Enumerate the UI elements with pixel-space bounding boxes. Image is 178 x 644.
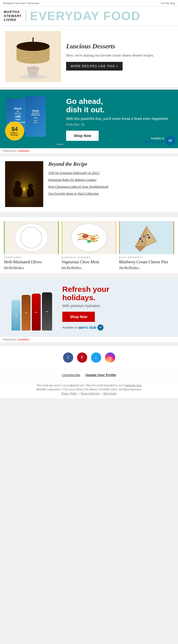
top-bar-left-link[interactable]: Pumpkin-Chocolate Cheesecake	[3, 2, 39, 5]
update-profile-link[interactable]: Update User Profile	[85, 373, 116, 377]
svg-point-17	[24, 189, 25, 191]
beyond-link-4[interactable]: Our Favorite Items to Start Collecting	[48, 191, 108, 196]
svg-point-11	[13, 185, 22, 198]
footer-social: f P t ◎	[0, 346, 178, 369]
divider-3	[0, 212, 178, 215]
help-link[interactable]: Help Center	[103, 392, 116, 395]
sams-logo-2: SC	[97, 324, 103, 331]
recipe-category-olives: APPETIZERS	[4, 256, 59, 259]
header: MARTHA STEWART LIVING EVERYDAY FOOD	[0, 6, 178, 26]
ad-banner-refresh: evian bai bai core Refresh your holidays…	[0, 278, 178, 337]
legal-text-1: This email was sent to xxxxxx@gmail.com …	[36, 384, 124, 387]
olives-illustration	[4, 221, 59, 254]
svg-point-19	[15, 224, 48, 252]
recipe-card-pies: EASY DESSERTS Blueberry-Cream Cheese Pie…	[119, 221, 174, 269]
instagram-icon[interactable]: ◎	[105, 352, 115, 363]
recipe-link-pies[interactable]: See the Recipe »	[119, 266, 174, 269]
pies-illustration	[119, 221, 174, 254]
terms-link[interactable]: Terms of Service	[81, 392, 99, 395]
svg-point-25	[25, 235, 27, 237]
svg-point-24	[33, 232, 38, 236]
footer-legal: This email was sent to xxxxxx@gmail.com …	[0, 381, 178, 398]
top-bar-right-link[interactable]: Get the Mag	[161, 2, 175, 5]
ad1-shop-now-button[interactable]: Shop Now	[66, 131, 99, 141]
ad1-text: Go ahead, dish it out. With this powerfu…	[62, 97, 172, 141]
svg-point-20	[22, 233, 30, 239]
svg-rect-15	[10, 197, 38, 198]
privacy-policy-link[interactable]: Privacy Policy	[61, 392, 77, 395]
available-at-label: Available at	[143, 137, 164, 140]
beyond-link-1[interactable]: Will We Entertain Differently in 2022?	[48, 171, 108, 175]
svg-point-37	[143, 236, 145, 237]
svg-point-14	[28, 184, 33, 189]
subscribe-link[interactable]: Subscribe here	[124, 384, 141, 387]
facebook-icon[interactable]: f	[63, 352, 73, 363]
svg-point-38	[142, 241, 143, 242]
brand-line2: STEWART	[4, 14, 22, 18]
ad2-text: Refresh your holidays. With premium hydr…	[57, 285, 172, 331]
top-bar: Pumpkin-Chocolate Cheesecake Get the Mag	[0, 0, 178, 6]
ad2-shop-now-button[interactable]: Shop Now	[62, 312, 95, 322]
recipe-card-olives: APPETIZERS Herb-Marinated Olives See the…	[4, 221, 59, 269]
recipe-link-chow-mein[interactable]: See the Recipe »	[62, 266, 117, 269]
beyond-links-list: Will We Entertain Differently in 2022? I…	[48, 171, 108, 196]
beyond-illustration	[5, 161, 43, 207]
footer-links: Unsubscribe Update User Profile	[0, 369, 178, 381]
recipe-title-pies: Blueberry-Cream Cheese Pies	[119, 259, 174, 264]
ad2-products: evian bai bai core	[6, 285, 57, 331]
sams-club-label: sam's club	[143, 140, 164, 144]
savings-label: InstantSavings*	[10, 132, 19, 136]
recipe-link-olives[interactable]: See the Recipe »	[4, 266, 59, 269]
svg-point-13	[27, 188, 34, 198]
recipe-image-olives	[4, 221, 59, 254]
unsubscribe-link[interactable]: Unsubscribe	[62, 373, 80, 377]
limit-text: *Limit 2.	[56, 143, 64, 146]
svg-point-8	[22, 57, 32, 59]
svg-rect-10	[5, 161, 43, 207]
recipe-image-chow-mein	[62, 221, 117, 254]
brand-line1: MARTHA	[4, 10, 22, 14]
powered-by-1: Powered by LiveIntent	[0, 148, 178, 154]
finish-product-2: finish JET-DRY RINSE AID 3in1 300uses	[25, 96, 46, 137]
pinterest-icon[interactable]: P	[77, 352, 87, 363]
ad1-description: With this powerful duo, you'll never kno…	[66, 116, 172, 121]
powered-by-2: Powered by LiveIntent	[0, 337, 178, 342]
recipe-category-chow-mein: EVERYDAY DINNERS	[62, 256, 117, 259]
legal-text-2: Meredith Corporation, 1716 Locust Street…	[5, 388, 173, 392]
list-item: Will We Entertain Differently in 2022?	[48, 171, 108, 175]
beyond-content: Beyond the Recipe Will We Entertain Diff…	[48, 161, 108, 207]
svg-point-12	[15, 181, 21, 187]
recipe-grid: APPETIZERS Herb-Marinated Olives See the…	[0, 217, 178, 273]
savings-amount: $4	[11, 126, 18, 132]
beyond-link-3[interactable]: Best Christmas Lights in Your Neighborho…	[48, 185, 108, 189]
sams-club-2: sam's club	[78, 325, 96, 330]
sams-logo-1: SC	[165, 135, 175, 146]
recipe-title-olives: Herb-Marinated Olives	[4, 259, 59, 264]
twitter-icon[interactable]: t	[91, 352, 101, 363]
powered-by-text-1: Powered by	[3, 149, 16, 152]
divider-5	[0, 342, 178, 345]
svg-point-26	[33, 238, 35, 239]
beyond-link-2[interactable]: Important Rules for Baking Cookies	[48, 178, 108, 182]
svg-point-21	[31, 236, 37, 242]
recipe-title-chow-mein: Vegetarian Chow Mein	[62, 259, 117, 264]
beyond-section: Beyond the Recipe Will We Entertain Diff…	[0, 156, 178, 212]
bottle-bai-1: bai	[22, 295, 31, 331]
svg-point-30	[90, 237, 95, 241]
hero-cta-button[interactable]: MORE RECIPES LIKE THIS »	[66, 62, 123, 71]
bottle-evian: evian	[11, 300, 20, 331]
hero-description: Here, we're sharing our favorite cream c…	[66, 53, 154, 58]
brand-line3: LIVING	[4, 18, 22, 22]
beyond-heading: Beyond the Recipe	[48, 161, 108, 167]
list-item: Important Rules for Baking Cookies	[48, 178, 108, 182]
beyond-image	[5, 161, 43, 207]
liveintent-brand-1: LiveIntent	[17, 149, 29, 152]
sams-badge-2: Available at sam's club SC	[62, 324, 172, 331]
bottle-core: core	[42, 292, 52, 331]
publication-title: EVERYDAY FOOD	[30, 9, 141, 23]
ad2-heading: Refresh your holidays.	[62, 285, 172, 302]
divider-4	[0, 273, 178, 276]
svg-point-31	[87, 240, 91, 243]
svg-point-2	[27, 66, 39, 70]
divider-2	[0, 154, 178, 156]
